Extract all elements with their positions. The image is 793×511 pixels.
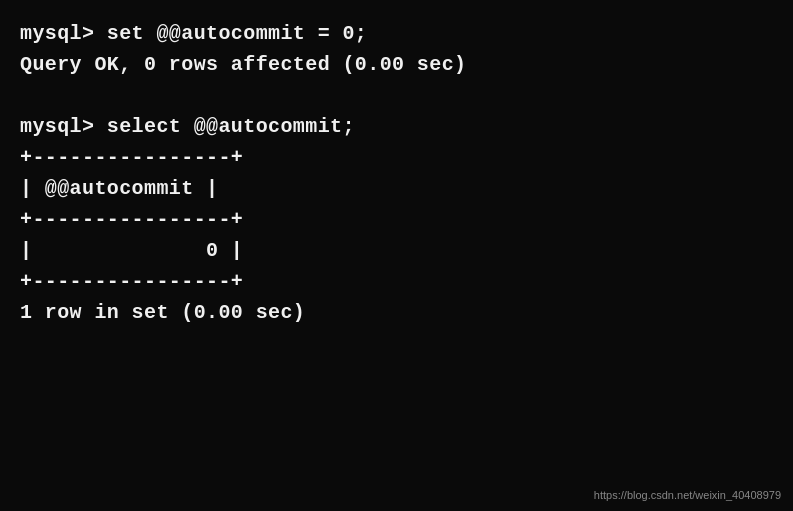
watermark: https://blog.csdn.net/weixin_40408979 [594,489,781,501]
terminal-line-6: +----------------+ [20,204,773,235]
terminal-line-3: mysql> select @@autocommit; [20,111,773,142]
terminal-window: mysql> set @@autocommit = 0; Query OK, 0… [0,0,793,511]
terminal-line-7: | 0 | [20,235,773,266]
terminal-line-9: 1 row in set (0.00 sec) [20,297,773,328]
terminal-line-1: mysql> set @@autocommit = 0; [20,18,773,49]
terminal-line-5: | @@autocommit | [20,173,773,204]
terminal-line-8: +----------------+ [20,266,773,297]
terminal-line-2: Query OK, 0 rows affected (0.00 sec) [20,49,773,80]
terminal-line-4: +----------------+ [20,142,773,173]
terminal-line-blank [20,80,773,111]
